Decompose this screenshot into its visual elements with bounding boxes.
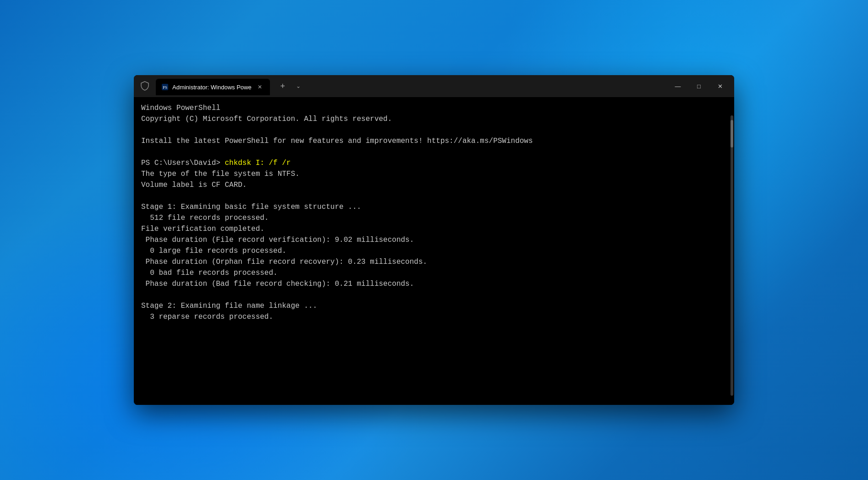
- titlebar-actions: + ⌄: [275, 79, 305, 93]
- scrollbar-thumb[interactable]: [731, 120, 733, 147]
- prompt: PS C:\Users\David>: [141, 159, 225, 167]
- shield-icon: [137, 79, 152, 93]
- minimize-button[interactable]: —: [667, 79, 688, 93]
- tab-close-button[interactable]: ✕: [255, 82, 264, 92]
- terminal-content: Windows PowerShell Copyright (C) Microso…: [134, 97, 734, 405]
- command: chkdsk I: /f /r: [225, 159, 291, 167]
- terminal-output: Windows PowerShell Copyright (C) Microso…: [141, 103, 727, 322]
- svg-text:PS: PS: [163, 85, 167, 90]
- powershell-icon: PS: [161, 83, 169, 91]
- tab-label: Administrator: Windows Powe: [172, 84, 252, 91]
- maximize-button[interactable]: □: [688, 79, 709, 93]
- powershell-window: PS Administrator: Windows Powe ✕ + ⌄ — □…: [134, 75, 734, 405]
- line-1: Windows PowerShell Copyright (C) Microso…: [141, 104, 533, 321]
- new-tab-button[interactable]: +: [275, 79, 290, 93]
- close-button[interactable]: ✕: [709, 79, 731, 93]
- dropdown-button[interactable]: ⌄: [292, 80, 305, 93]
- titlebar: PS Administrator: Windows Powe ✕ + ⌄ — □…: [134, 75, 734, 97]
- active-tab[interactable]: PS Administrator: Windows Powe ✕: [156, 79, 270, 95]
- window-controls: — □ ✕: [667, 79, 731, 93]
- scrollbar[interactable]: [731, 115, 733, 396]
